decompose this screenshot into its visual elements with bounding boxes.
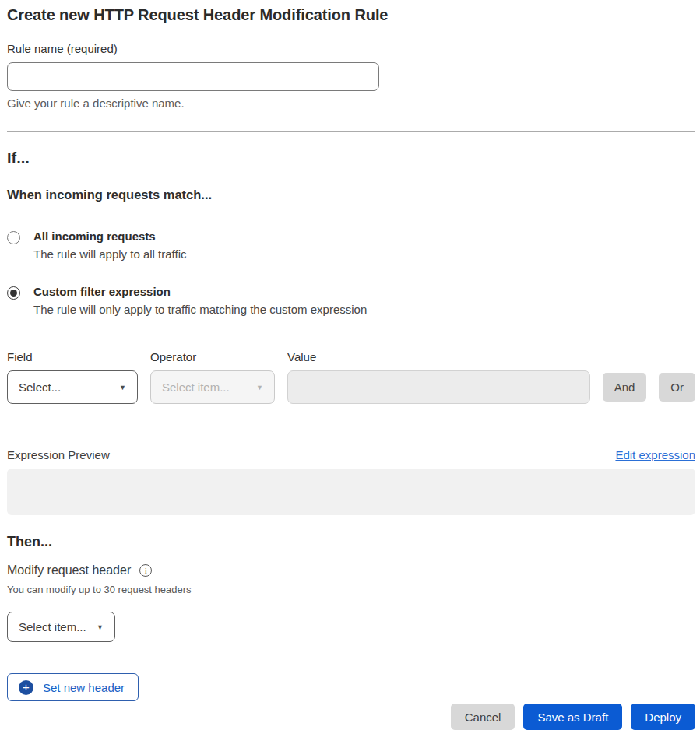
value-label: Value bbox=[287, 350, 590, 363]
chevron-down-icon: ▼ bbox=[119, 384, 126, 391]
value-input[interactable] bbox=[287, 370, 590, 404]
page-title: Create new HTTP Request Header Modificat… bbox=[7, 6, 695, 24]
radio-option-custom-expression[interactable]: Custom filter expression The rule will o… bbox=[7, 285, 695, 316]
operator-label: Operator bbox=[150, 350, 275, 363]
chevron-down-icon: ▼ bbox=[256, 384, 263, 391]
modify-header-row: Modify request header i bbox=[7, 563, 695, 577]
modify-header-label: Modify request header bbox=[7, 563, 131, 577]
radio-button-icon[interactable] bbox=[7, 231, 20, 244]
rule-name-input[interactable] bbox=[7, 62, 379, 91]
cancel-button[interactable]: Cancel bbox=[451, 704, 515, 730]
plus-icon: + bbox=[19, 680, 33, 695]
edit-expression-link[interactable]: Edit expression bbox=[615, 448, 695, 461]
chevron-down-icon: ▼ bbox=[97, 623, 104, 631]
or-button[interactable]: Or bbox=[659, 373, 695, 402]
field-select[interactable]: Select... ▼ bbox=[7, 370, 138, 404]
save-as-draft-button[interactable]: Save as Draft bbox=[523, 704, 622, 730]
radio-description: The rule will only apply to traffic matc… bbox=[33, 303, 367, 316]
section-divider bbox=[7, 131, 695, 132]
footer-actions: Cancel Save as Draft Deploy bbox=[7, 704, 695, 730]
rule-name-helper: Give your rule a descriptive name. bbox=[7, 97, 695, 110]
radio-label[interactable]: Custom filter expression bbox=[33, 285, 367, 298]
radio-button-icon[interactable] bbox=[7, 286, 20, 300]
set-new-header-label: Set new header bbox=[43, 681, 125, 694]
and-button[interactable]: And bbox=[603, 373, 647, 402]
match-subheading: When incoming requests match... bbox=[7, 188, 695, 202]
if-heading: If... bbox=[7, 149, 695, 167]
header-item-select[interactable]: Select item... ▼ bbox=[7, 612, 115, 642]
field-label: Field bbox=[7, 350, 138, 363]
header-item-select-value: Select item... bbox=[19, 620, 86, 633]
expression-preview-label: Expression Preview bbox=[7, 448, 110, 461]
operator-select[interactable]: Select item... ▼ bbox=[150, 370, 275, 404]
expression-preview-box bbox=[7, 469, 695, 515]
expression-preview-row: Expression Preview Edit expression bbox=[7, 448, 695, 461]
deploy-button[interactable]: Deploy bbox=[631, 704, 695, 730]
field-select-value: Select... bbox=[19, 381, 61, 394]
radio-option-all-requests[interactable]: All incoming requests The rule will appl… bbox=[7, 230, 695, 261]
then-heading: Then... bbox=[7, 534, 695, 550]
info-icon[interactable]: i bbox=[139, 564, 152, 577]
radio-description: The rule will apply to all traffic bbox=[33, 247, 186, 261]
operator-select-value: Select item... bbox=[162, 381, 230, 394]
modify-header-helper: You can modify up to 30 request headers bbox=[7, 584, 695, 595]
expression-builder-row: Field Select... ▼ Operator Select item..… bbox=[7, 350, 695, 404]
set-new-header-button[interactable]: + Set new header bbox=[7, 673, 139, 701]
rule-name-label: Rule name (required) bbox=[7, 42, 695, 55]
radio-label[interactable]: All incoming requests bbox=[33, 230, 186, 243]
